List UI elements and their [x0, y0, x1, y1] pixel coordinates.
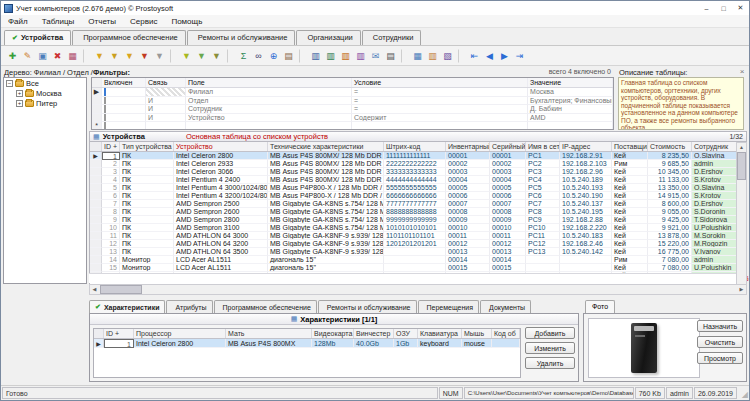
cell-type[interactable]: ПК — [120, 240, 174, 248]
cell-netname[interactable] — [526, 264, 560, 272]
child-tab[interactable]: Атрибуты — [166, 300, 212, 313]
filter-row[interactable]: ▶ Филиал = Москва — [92, 88, 613, 97]
cell-employee[interactable]: admin — [692, 256, 736, 264]
cell-employee[interactable]: U.Polushkin — [692, 224, 736, 232]
cell-supplier[interactable]: Кей — [612, 192, 648, 200]
cell-device[interactable]: Intel Celeron 3066 — [174, 168, 268, 176]
toolbar-icon[interactable]: ▥ — [338, 48, 353, 64]
cell-employee[interactable]: O.Slavina — [692, 184, 736, 192]
window-control-button[interactable]: – — [698, 2, 715, 15]
cell-ip[interactable]: 192.168.2.91 — [560, 152, 612, 160]
cell-inventory[interactable]: 00008 — [446, 208, 490, 216]
menu-item[interactable]: Помощь — [164, 16, 209, 27]
tree-toggle-icon[interactable]: + — [16, 90, 23, 97]
cell-specs[interactable]: МВ Gigabyte GA-K8NS s.754/ 128 Mb DD — [268, 200, 384, 208]
cell-barcode[interactable]: 2222222222222 — [384, 160, 446, 168]
cell-inventory[interactable]: 00011 — [446, 232, 490, 240]
cell-specs[interactable]: МВ Asus P4S 800MX/ 128 Mb DDR / HD — [268, 168, 384, 176]
child-tab[interactable]: Ремонты и обслуживание — [318, 300, 417, 313]
cell-barcode[interactable]: 7777777777777 — [384, 200, 446, 208]
cell-id[interactable]: 8 — [102, 208, 120, 216]
row-selector[interactable] — [90, 232, 102, 240]
cell-employee[interactable]: admin — [692, 160, 736, 168]
table-row[interactable]: 6 ПК Intel Pentium 4 3200/1024/800 МВ As… — [90, 192, 736, 200]
table-row[interactable]: 5 ПК Intel Pentium 4 3000/1024/800 МВ As… — [90, 184, 736, 192]
filter-link-cell[interactable]: И — [146, 105, 186, 114]
cell-type[interactable]: ПК — [120, 224, 174, 232]
filter-row[interactable]: * — [92, 122, 613, 130]
toolbar-icon[interactable] — [401, 49, 408, 63]
scroll-right-icon[interactable]: ▶ — [737, 285, 746, 294]
cell-supplier[interactable]: Кей — [612, 240, 648, 248]
cell-supplier[interactable]: Кей — [612, 168, 648, 176]
table-row[interactable]: 8 ПК AMD Sempron 2600 МВ Gigabyte GA-K8N… — [90, 208, 736, 216]
cell-ip[interactable]: 10.5.240.183 — [560, 232, 612, 240]
cell-cost[interactable]: 7 080,00 — [648, 264, 692, 272]
cell-cost[interactable]: 13 878,00 — [648, 232, 692, 240]
cell-device[interactable]: AMD Sempron 2600 — [174, 208, 268, 216]
col-ram[interactable]: ОЗУ — [394, 329, 418, 338]
toolbar-icon[interactable]: ▼ — [122, 48, 137, 64]
menu-item[interactable]: Таблицы — [35, 16, 82, 27]
cell-barcode[interactable]: 3333333333333 — [384, 168, 446, 176]
filter-row[interactable]: И Устройство Содержит AMD — [92, 114, 613, 123]
window-control-button[interactable]: □ — [715, 2, 732, 15]
cell-specs[interactable]: МВ Gigabyte GA-K8NF-9 s.939/ 128 Mb — [268, 248, 384, 256]
cell-inventory[interactable]: 00013 — [446, 248, 490, 256]
row-selector[interactable] — [90, 240, 102, 248]
row-selector[interactable] — [90, 160, 102, 168]
toolbar-icon[interactable]: ▼ — [194, 48, 209, 64]
cell-device[interactable]: AMD ATHLON 64 3200 — [174, 240, 268, 248]
toolbar-icon[interactable]: ▶ — [497, 48, 512, 64]
filter-checkbox[interactable] — [104, 105, 106, 113]
cell-supplier[interactable]: Кей — [612, 216, 648, 224]
cell-specs[interactable]: МВ Gigabyte GA-K8NF-9 s.939/ 128 Mb — [268, 232, 384, 240]
row-selector[interactable] — [90, 216, 102, 224]
toolbar-icon[interactable]: ⊕ — [266, 48, 281, 64]
filter-link-cell[interactable]: И — [146, 97, 186, 106]
toolbar-icon[interactable]: ⇤ — [467, 48, 482, 64]
child-tab[interactable]: ✔ Характеристики — [89, 300, 165, 313]
toolbar-icon[interactable]: ✎ — [20, 48, 35, 64]
child-tab[interactable]: Документы — [480, 300, 531, 313]
cell-serial[interactable]: 00001 — [490, 152, 526, 160]
tree-item[interactable]: + Москва — [4, 88, 86, 98]
scroll-up-icon[interactable]: ▲ — [739, 143, 744, 152]
filters-col-field[interactable]: Поле — [186, 78, 352, 87]
window-control-button[interactable]: ✕ — [732, 2, 749, 15]
cell-inventory[interactable]: 00009 — [446, 216, 490, 224]
toolbar-icon[interactable]: ▦ — [410, 48, 425, 64]
cell-ip[interactable]: 10.5.240.189 — [560, 176, 612, 184]
menu-item[interactable]: Сервис — [123, 16, 164, 27]
cell-employee[interactable]: S.Krotov — [692, 176, 736, 184]
cell-barcode[interactable]: 6666666666666 — [384, 192, 446, 200]
cell-serial[interactable]: 00003 — [490, 168, 526, 176]
cell-employee[interactable]: S.Doronin — [692, 208, 736, 216]
toolbar-icon[interactable]: ▦ — [65, 48, 80, 64]
filter-checkbox[interactable] — [104, 97, 106, 105]
cell-serial[interactable]: 00007 — [490, 200, 526, 208]
cell-ip[interactable]: 10.5.240.195 — [560, 208, 612, 216]
main-tab[interactable]: Сотрудники — [362, 30, 422, 45]
col-motherboard[interactable]: Мать — [226, 329, 312, 338]
cell-employee[interactable]: V.Ivanov — [692, 248, 736, 256]
filter-link-cell[interactable] — [146, 88, 186, 97]
cell-serial[interactable]: 00013 — [490, 248, 526, 256]
filter-enabled-cell[interactable] — [102, 122, 146, 130]
main-tab[interactable]: ✔ Устройства — [4, 30, 71, 45]
row-selector[interactable] — [90, 184, 102, 192]
cell-barcode[interactable]: 1010101010101 — [384, 224, 446, 232]
col-ip[interactable]: IP-адрес — [560, 142, 612, 151]
col-specs[interactable]: Технические характеристики — [268, 142, 384, 151]
toolbar-icon[interactable]: ▥ — [323, 48, 338, 64]
cell-barcode[interactable]: 4444444444444 — [384, 176, 446, 184]
cell-serial[interactable]: 00004 — [490, 176, 526, 184]
cell-specs[interactable]: МВ Gigabyte GA-K8NS s.754/ 128 Mb DD — [268, 216, 384, 224]
cell-employee[interactable]: O.Slavina — [692, 152, 736, 160]
cell-netname[interactable]: PC12 — [526, 240, 560, 248]
cell-cost[interactable]: 10 345,00 — [648, 168, 692, 176]
close-icon[interactable]: × — [738, 67, 746, 76]
cell-employee[interactable]: S.Krotov — [692, 192, 736, 200]
cell-employee[interactable]: M.Sorokin — [692, 232, 736, 240]
cell-cost[interactable]: 14 915,00 — [648, 192, 692, 200]
